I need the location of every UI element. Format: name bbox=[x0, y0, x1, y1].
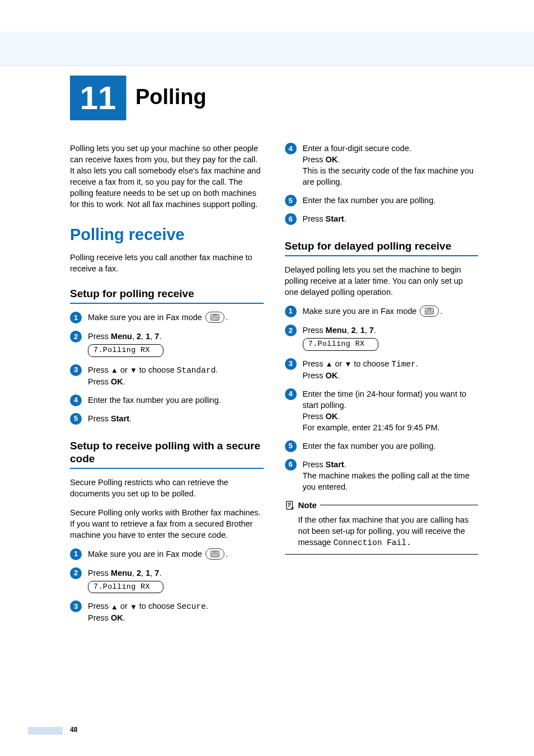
polling-receive-intro: Polling receive lets you call another fa… bbox=[70, 252, 264, 274]
page-number-bar bbox=[28, 727, 63, 735]
sec-step-6: 6 Press Start. bbox=[285, 213, 479, 224]
subhead-rule bbox=[285, 255, 479, 256]
fax-mode-icon bbox=[205, 312, 224, 323]
start-key: Start bbox=[111, 414, 129, 423]
fax-mode-icon bbox=[205, 548, 224, 560]
subhead-rule bbox=[70, 468, 264, 469]
t: . bbox=[216, 365, 218, 374]
t: Press bbox=[88, 602, 111, 611]
note-header: Note bbox=[285, 500, 479, 511]
secure-p2: Secure Polling only works with Brother f… bbox=[70, 507, 264, 541]
t: . bbox=[338, 412, 340, 421]
sec-step-4: 4 Enter a four-digit secure code. Press … bbox=[285, 143, 479, 187]
note-text-b: Connection Fail. bbox=[333, 538, 411, 547]
step-bullet-5: 5 bbox=[285, 195, 297, 206]
t: to choose bbox=[352, 359, 391, 368]
delayed-heading: Setup for delayed polling receive bbox=[285, 240, 479, 253]
start-key: Start bbox=[326, 460, 344, 469]
step-bullet-2: 2 bbox=[70, 331, 82, 342]
header-bar bbox=[0, 31, 534, 66]
del-step-3: 3 Press ▲ or ▼ to choose Timer. Press OK… bbox=[285, 358, 479, 381]
menu-key: Menu bbox=[111, 332, 132, 341]
key-2: 2 bbox=[137, 332, 141, 341]
t: This is the security code of the fax mac… bbox=[303, 166, 474, 186]
key-2: 2 bbox=[352, 326, 356, 335]
pr-step1-text-a: Make sure you are in Fax mode bbox=[88, 313, 204, 322]
pr-step-4: 4 Enter the fax number you are polling. bbox=[70, 395, 264, 406]
del-step-6: 6 Press Start. The machine makes the pol… bbox=[285, 459, 479, 492]
right-column: 4 Enter a four-digit secure code. Press … bbox=[285, 143, 479, 631]
t: Press bbox=[303, 371, 326, 380]
t: . bbox=[159, 569, 161, 577]
pr-step1-text-b: . bbox=[226, 313, 228, 322]
ok-key: OK bbox=[326, 371, 338, 380]
t: . bbox=[344, 214, 346, 223]
up-arrow-icon: ▲ bbox=[111, 602, 118, 612]
sec-step-5: 5 Enter the fax number you are polling. bbox=[285, 195, 479, 206]
t: , bbox=[346, 326, 351, 335]
fax-mode-icon bbox=[420, 306, 439, 317]
key-7: 7 bbox=[369, 326, 374, 335]
t: , bbox=[132, 332, 137, 341]
step-bullet-2: 2 bbox=[70, 567, 82, 579]
step-bullet-1: 1 bbox=[70, 312, 82, 323]
step-bullet-4: 4 bbox=[285, 388, 297, 400]
t: Press bbox=[88, 377, 111, 386]
page-number: 48 bbox=[70, 726, 77, 734]
polling-receive-heading: Polling receive bbox=[70, 226, 264, 244]
del-step-4: 4 Enter the time (in 24-hour format) you… bbox=[285, 388, 479, 433]
step-bullet-2: 2 bbox=[285, 325, 297, 336]
t: . bbox=[226, 550, 228, 558]
menu-key: Menu bbox=[326, 326, 347, 335]
svg-rect-0 bbox=[286, 501, 292, 509]
t: Press bbox=[88, 569, 111, 577]
t: . bbox=[344, 460, 346, 469]
down-arrow-icon: ▼ bbox=[344, 359, 352, 369]
down-arrow-icon: ▼ bbox=[130, 602, 137, 612]
t: . bbox=[416, 359, 418, 368]
sec-step-1: 1 Make sure you are in Fax mode . bbox=[70, 548, 264, 560]
pr-step4-text: Enter the fax number you are polling. bbox=[88, 396, 221, 405]
down-arrow-icon: ▼ bbox=[130, 365, 137, 375]
lcd-display: 7.Polling RX bbox=[303, 338, 378, 351]
del-step-1: 1 Make sure you are in Fax mode . bbox=[285, 306, 479, 317]
option-standard: Standard bbox=[177, 366, 216, 375]
t: . bbox=[374, 326, 376, 335]
t: or bbox=[332, 359, 344, 368]
t: , bbox=[141, 332, 146, 341]
note-body: If the other fax machine that you are ca… bbox=[285, 514, 479, 548]
t: Press bbox=[88, 414, 111, 423]
t: For example, enter 21:45 for 9:45 PM. bbox=[303, 423, 440, 432]
ok-key: OK bbox=[111, 377, 123, 386]
t: Enter the fax number you are polling. bbox=[303, 196, 436, 205]
up-arrow-icon: ▲ bbox=[326, 359, 333, 369]
t: Press bbox=[303, 155, 326, 164]
t: Press bbox=[88, 613, 111, 622]
step-bullet-6: 6 bbox=[285, 213, 297, 225]
t: Press bbox=[303, 412, 326, 421]
option-secure: Secure bbox=[177, 602, 206, 611]
pr-step-1: 1 Make sure you are in Fax mode . bbox=[70, 312, 264, 323]
t: Press bbox=[303, 326, 326, 335]
t: Enter the fax number you are polling. bbox=[303, 442, 436, 450]
chapter-title: Polling bbox=[135, 85, 207, 109]
t: Press bbox=[88, 332, 111, 341]
t: , bbox=[365, 326, 369, 335]
secure-heading: Setup to receive polling with a secure c… bbox=[70, 440, 264, 466]
secure-p1: Secure Polling restricts who can retriev… bbox=[70, 477, 264, 499]
pr-step-3: 3 Press ▲ or ▼ to choose Standard. Press… bbox=[70, 364, 264, 387]
t: . bbox=[206, 602, 208, 611]
menu-key: Menu bbox=[111, 569, 132, 577]
pr-step-5: 5 Press Start. bbox=[70, 413, 264, 424]
step-bullet-3: 3 bbox=[285, 358, 297, 370]
t: to choose bbox=[137, 602, 177, 611]
step-bullet-5: 5 bbox=[285, 440, 297, 452]
t: , bbox=[132, 569, 137, 577]
chapter-number-box: 11 bbox=[70, 76, 126, 120]
t: Press bbox=[88, 365, 111, 374]
step-bullet-3: 3 bbox=[70, 364, 82, 376]
t: Enter a four-digit secure code. bbox=[303, 144, 411, 153]
step-bullet-1: 1 bbox=[285, 306, 297, 317]
del-step-5: 5 Enter the fax number you are polling. bbox=[285, 440, 479, 452]
t: . bbox=[440, 307, 442, 316]
